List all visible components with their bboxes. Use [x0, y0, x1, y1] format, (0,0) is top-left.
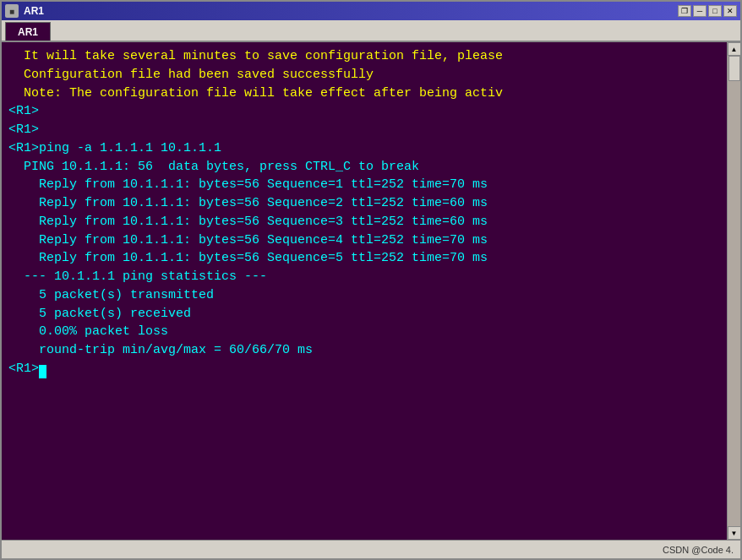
tab-ar1[interactable]: AR1 — [5, 22, 51, 41]
window-title: AR1 — [24, 5, 44, 17]
maximize-button[interactable]: □ — [708, 5, 722, 17]
main-window: ■ AR1 ❐ ─ □ ✕ AR1 It will take several m… — [0, 0, 742, 560]
scrollbar[interactable]: ▲ ▼ — [727, 42, 740, 540]
terminal-line: round-trip min/avg/max = 60/66/70 ms — [8, 341, 734, 360]
terminal-line: Reply from 10.1.1.1: bytes=56 Sequence=3… — [8, 213, 734, 231]
title-bar: ■ AR1 ❐ ─ □ ✕ — [2, 2, 740, 20]
scrollbar-track[interactable] — [728, 56, 740, 526]
scrollbar-thumb[interactable] — [728, 56, 740, 81]
terminal-line: 0.00% packet loss — [8, 323, 734, 341]
terminal-line: 5 packet(s) transmitted — [8, 286, 734, 305]
terminal-content: It will take several minutes to save con… — [2, 42, 740, 383]
terminal-line: Reply from 10.1.1.1: bytes=56 Sequence=1… — [8, 176, 734, 194]
terminal-line: <R1> — [8, 121, 734, 139]
terminal-line: It will take several minutes to save con… — [8, 47, 734, 66]
minimize-button[interactable]: ─ — [693, 5, 707, 17]
terminal-line: Note: The configuration file will take e… — [8, 84, 734, 103]
terminal-cursor — [39, 365, 46, 378]
terminal-line: <R1> — [8, 360, 734, 378]
scroll-down-button[interactable]: ▼ — [728, 526, 741, 540]
window-controls: ❐ ─ □ ✕ — [678, 5, 737, 17]
close-button[interactable]: ✕ — [723, 5, 737, 17]
terminal-line: PING 10.1.1.1: 56 data bytes, press CTRL… — [8, 158, 734, 177]
terminal-line: <R1> — [8, 102, 734, 121]
terminal-line: Reply from 10.1.1.1: bytes=56 Sequence=4… — [8, 231, 734, 250]
terminal-line: 5 packet(s) received — [8, 305, 734, 323]
terminal-line: <R1>ping -a 1.1.1.1 10.1.1.1 — [8, 139, 734, 158]
restore-button[interactable]: ❐ — [678, 5, 691, 17]
terminal-container[interactable]: It will take several minutes to save con… — [2, 42, 740, 540]
terminal-line: Reply from 10.1.1.1: bytes=56 Sequence=5… — [8, 249, 734, 268]
scroll-up-button[interactable]: ▲ — [728, 42, 741, 56]
terminal-line: Configuration file had been saved succes… — [8, 66, 734, 84]
status-bar: CSDN @Code 4. — [2, 540, 740, 558]
app-icon: ■ — [5, 4, 19, 18]
status-text: CSDN @Code 4. — [663, 545, 734, 555]
tab-bar: AR1 — [2, 20, 740, 42]
terminal-line: --- 10.1.1.1 ping statistics --- — [8, 268, 734, 286]
terminal-line: Reply from 10.1.1.1: bytes=56 Sequence=2… — [8, 194, 734, 213]
title-bar-left: ■ AR1 — [5, 4, 44, 18]
